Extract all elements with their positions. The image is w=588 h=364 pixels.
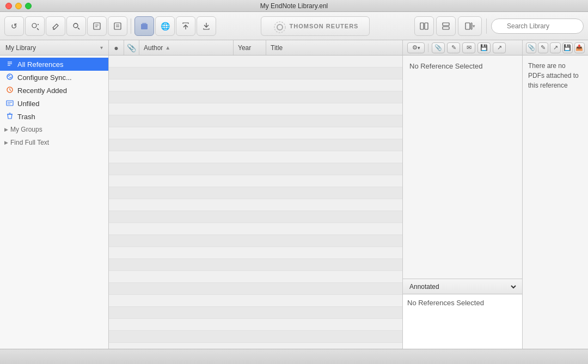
detail-sep-1 [428,44,428,52]
table-row[interactable] [109,175,402,187]
save-detail-button[interactable]: 💾 [477,42,491,53]
sidebar-section-my-groups[interactable]: ▶ My Groups [0,123,108,136]
add-ref-button[interactable] [25,16,45,36]
sidebar-item-trash[interactable]: Trash [0,110,108,123]
table-row[interactable] [109,79,402,91]
recently-added-label: Recently Added [17,87,67,95]
toolbar-sep-1 [131,18,131,34]
title-bar: My EndNote Library.enl [0,0,588,12]
annotated-select[interactable]: Annotated [407,282,518,291]
sidebar-chevron-icon: ▾ [100,45,103,51]
sidebar-item-recently-added[interactable]: Recently Added [0,84,108,97]
svg-point-17 [277,24,283,30]
email-button[interactable]: ✉ [462,42,475,53]
configure-sync-label: Configure Sync... [17,73,72,82]
table-row[interactable] [109,283,402,295]
table-row[interactable] [109,91,402,103]
clock-icon [5,86,14,95]
my-groups-chevron-icon: ▶ [4,127,8,132]
table-row[interactable] [109,67,402,79]
insert-btn[interactable] [87,16,107,36]
svg-point-18 [274,22,285,33]
no-reference-label: No Reference Selected [409,62,516,70]
svg-rect-7 [94,23,100,29]
gear-icon [272,20,285,33]
clip-column-header[interactable]: 📎 [124,40,139,55]
annotated-select-wrapper: Annotated [403,279,522,294]
table-row[interactable] [109,103,402,115]
table-row[interactable] [109,187,402,199]
table-row[interactable] [109,55,402,67]
pdf-export-button[interactable]: 📤 [574,42,585,53]
table-row[interactable] [109,319,402,331]
export-detail-button[interactable]: ↗ [493,42,506,53]
layout-dropdown-button[interactable]: ▾ [458,16,482,36]
edit-detail-button[interactable]: ✎ [447,42,460,53]
sidebar-section-find-full-text[interactable]: ▶ Find Full Text [0,136,108,149]
search-input[interactable] [491,18,584,34]
find-full-text-label: Find Full Text [10,139,49,146]
maximize-button[interactable] [25,3,32,9]
sync-icon [5,73,14,82]
table-row[interactable] [109,247,402,259]
svg-line-6 [78,28,79,29]
attach-button[interactable]: 📎 [432,42,445,53]
dot-column-header[interactable]: ● [109,40,124,55]
local-library-button[interactable] [134,16,154,36]
table-row[interactable] [109,211,402,223]
sync-button[interactable]: ↺ [4,16,24,36]
table-row[interactable] [109,331,402,343]
close-button[interactable] [5,3,12,9]
toolbar-right: ▾ 🔍 [414,16,584,36]
title-column-header[interactable]: Title [266,40,402,55]
svg-rect-21 [443,23,449,26]
sidebar: My Library ▾ All References [0,40,109,349]
table-row[interactable] [109,259,402,271]
pdf-content: There are no PDFs attached to this refer… [523,55,588,349]
minimize-button[interactable] [15,3,22,9]
pdf-share-button[interactable]: ↗ [550,42,560,53]
sidebar-item-unfiled[interactable]: Unfiled [0,97,108,110]
import-button[interactable] [197,16,216,36]
online-search-button[interactable]: 🌐 [155,16,175,36]
ref-list-header: ● 📎 Author ▲ Year Title [109,40,402,55]
pdf-attach-button[interactable]: 📎 [526,42,536,53]
detail-gear-dropdown[interactable]: ⚙ ▾ [407,42,425,53]
table-row[interactable] [109,223,402,235]
sidebar-item-configure-sync[interactable]: Configure Sync... [0,71,108,84]
svg-rect-20 [425,23,428,29]
table-row[interactable] [109,295,402,307]
author-column-header[interactable]: Author ▲ [139,40,234,55]
find-button[interactable] [66,16,86,36]
layout-horiz-button[interactable] [436,16,456,36]
pdf-save-button[interactable]: 💾 [562,42,573,53]
table-row[interactable] [109,199,402,211]
svg-rect-10 [114,23,121,29]
search-wrapper: 🔍 [491,18,584,34]
window-title: My EndNote Library.enl [260,2,328,10]
table-row[interactable] [109,115,402,127]
svg-rect-19 [420,23,424,29]
layout-split-button[interactable] [414,16,434,36]
year-column-header[interactable]: Year [234,40,266,55]
export-button[interactable] [176,16,195,36]
svg-point-5 [74,23,78,28]
table-row[interactable] [109,151,402,163]
table-row[interactable] [109,235,402,247]
table-row[interactable] [109,127,402,139]
pdf-panel: 📎 ✎ ↗ 💾 📤 There are no PDFs attached to … [523,40,588,349]
pdf-message: There are no PDFs attached to this refer… [528,62,579,89]
table-row[interactable] [109,343,402,349]
unfiled-label: Unfiled [17,100,39,108]
table-row[interactable] [109,139,402,151]
pdf-edit-button[interactable]: ✎ [538,42,548,53]
svg-point-0 [32,23,36,28]
author-sort-icon: ▲ [165,45,170,51]
sidebar-item-all-references[interactable]: All References [0,58,108,71]
table-row[interactable] [109,307,402,319]
table-row[interactable] [109,271,402,283]
table-row[interactable] [109,163,402,175]
format-btn[interactable] [108,16,127,36]
svg-rect-23 [465,23,470,29]
edit-ref-button[interactable] [46,16,65,36]
